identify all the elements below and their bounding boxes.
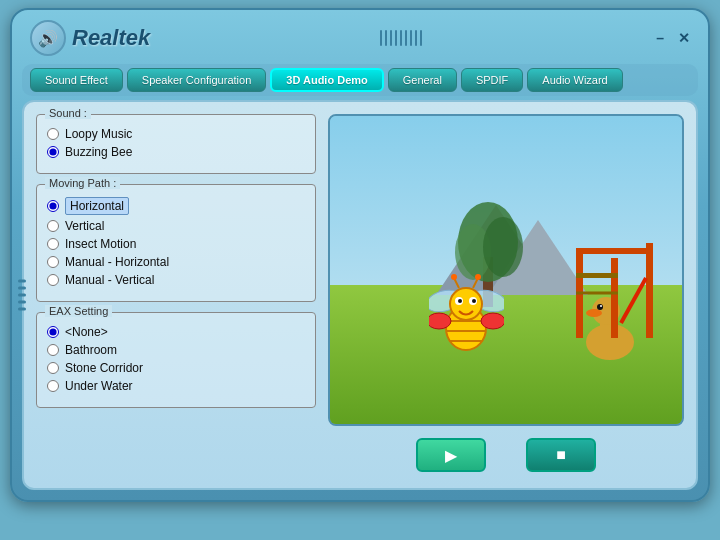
app-icon: 🔊 <box>30 20 66 56</box>
stop-icon: ■ <box>556 446 566 464</box>
radio-label-manual-h: Manual - Horizontal <box>65 255 169 269</box>
grip-line <box>410 30 412 46</box>
grip-line <box>385 30 387 46</box>
radio-input-manual-h[interactable] <box>47 256 59 268</box>
tab-audio-wizard[interactable]: Audio Wizard <box>527 68 622 92</box>
radio-label-horizontal: Horizontal <box>65 197 129 215</box>
radio-vertical[interactable]: Vertical <box>47 219 305 233</box>
radio-stone-corridor[interactable]: Stone Corridor <box>47 361 305 375</box>
close-button[interactable]: ✕ <box>674 30 694 46</box>
radio-under-water[interactable]: Under Water <box>47 379 305 393</box>
radio-input-loopy[interactable] <box>47 128 59 140</box>
right-panel: ▶ ■ <box>328 114 684 476</box>
radio-input-water[interactable] <box>47 380 59 392</box>
svg-rect-29 <box>646 243 653 338</box>
sound-section: Sound : Loopy Music Buzzing Bee <box>36 114 316 174</box>
title-bar: 🔊 Realtek – ✕ <box>18 16 702 60</box>
svg-point-18 <box>475 274 481 280</box>
radio-insect-motion[interactable]: Insect Motion <box>47 237 305 251</box>
title-grip <box>380 30 422 46</box>
svg-rect-31 <box>576 273 618 278</box>
svg-line-32 <box>621 278 646 323</box>
radio-none[interactable]: <None> <box>47 325 305 339</box>
sound-section-label: Sound : <box>45 107 91 119</box>
minimize-button[interactable]: – <box>652 30 668 46</box>
scene-view <box>328 114 684 426</box>
svg-point-14 <box>472 299 476 303</box>
grip-line <box>390 30 392 46</box>
radio-label-insect: Insect Motion <box>65 237 136 251</box>
tab-speaker-config[interactable]: Speaker Configuration <box>127 68 266 92</box>
main-content: Sound : Loopy Music Buzzing Bee Moving P… <box>22 100 698 490</box>
radio-input-none[interactable] <box>47 326 59 338</box>
radio-label-stone: Stone Corridor <box>65 361 143 375</box>
moving-path-label: Moving Path : <box>45 177 120 189</box>
radio-input-buzzing[interactable] <box>47 146 59 158</box>
tab-spdif[interactable]: SPDIF <box>461 68 523 92</box>
radio-label-vertical: Vertical <box>65 219 104 233</box>
app-window: 🔊 Realtek – ✕ Sound Effect Speaker Confi… <box>10 8 710 502</box>
logo-area: 🔊 Realtek <box>30 20 150 56</box>
radio-input-stone[interactable] <box>47 362 59 374</box>
radio-manual-horizontal[interactable]: Manual - Horizontal <box>47 255 305 269</box>
eax-section-label: EAX Setting <box>45 305 112 317</box>
grip-line <box>395 30 397 46</box>
radio-horizontal[interactable]: Horizontal <box>47 197 305 215</box>
bee-character-svg <box>429 266 504 356</box>
svg-rect-30 <box>576 248 653 254</box>
grip-line <box>400 30 402 46</box>
radio-input-manual-v[interactable] <box>47 274 59 286</box>
radio-bathroom[interactable]: Bathroom <box>47 343 305 357</box>
play-icon: ▶ <box>445 446 457 465</box>
grip-line <box>380 30 382 46</box>
radio-label-buzzing: Buzzing Bee <box>65 145 132 159</box>
playground-svg <box>571 228 671 338</box>
eax-section: EAX Setting <None> Bathroom Stone Corrid… <box>36 312 316 408</box>
radio-label-loopy: Loopy Music <box>65 127 132 141</box>
controls-bar: ▶ ■ <box>328 434 684 476</box>
svg-point-13 <box>458 299 462 303</box>
grip-line <box>405 30 407 46</box>
grip-line <box>420 30 422 46</box>
side-grip <box>18 280 26 311</box>
svg-rect-28 <box>611 258 618 338</box>
tab-bar: Sound Effect Speaker Configuration 3D Au… <box>22 64 698 96</box>
radio-input-vertical[interactable] <box>47 220 59 232</box>
moving-path-section: Moving Path : Horizontal Vertical Insect… <box>36 184 316 302</box>
radio-input-horizontal[interactable] <box>47 200 59 212</box>
radio-label-water: Under Water <box>65 379 133 393</box>
svg-point-20 <box>481 313 504 329</box>
svg-point-16 <box>451 274 457 280</box>
radio-manual-vertical[interactable]: Manual - Vertical <box>47 273 305 287</box>
radio-input-insect[interactable] <box>47 238 59 250</box>
radio-label-none: <None> <box>65 325 108 339</box>
radio-label-manual-v: Manual - Vertical <box>65 273 154 287</box>
radio-label-bathroom: Bathroom <box>65 343 117 357</box>
grip-line <box>415 30 417 46</box>
radio-input-bathroom[interactable] <box>47 344 59 356</box>
svg-point-19 <box>429 313 451 329</box>
left-panel: Sound : Loopy Music Buzzing Bee Moving P… <box>36 114 316 476</box>
radio-buzzing-bee[interactable]: Buzzing Bee <box>47 145 305 159</box>
app-title: Realtek <box>72 25 150 51</box>
tab-general[interactable]: General <box>388 68 457 92</box>
tab-3d-audio-demo[interactable]: 3D Audio Demo <box>270 68 384 92</box>
stop-button[interactable]: ■ <box>526 438 596 472</box>
tab-sound-effect[interactable]: Sound Effect <box>30 68 123 92</box>
radio-loopy-music[interactable]: Loopy Music <box>47 127 305 141</box>
play-button[interactable]: ▶ <box>416 438 486 472</box>
window-controls: – ✕ <box>652 30 694 46</box>
